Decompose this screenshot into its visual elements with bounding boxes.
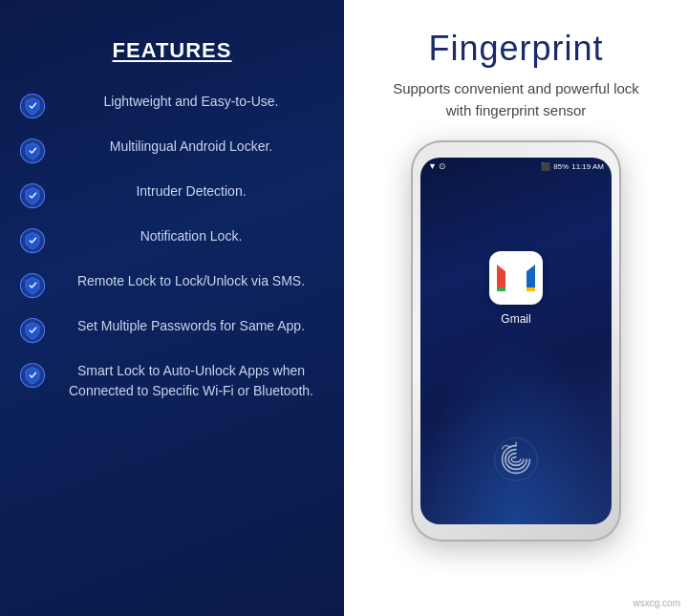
- gmail-area: Gmail: [420, 251, 612, 326]
- fingerprint-bottom-icon: [493, 436, 539, 486]
- feature-text-7: Smart Lock to Auto-Unlock Apps when Conn…: [57, 361, 325, 401]
- shield-icon-2: [19, 138, 46, 164]
- feature-text-3: Intruder Detection.: [57, 181, 325, 202]
- feature-text-5: Remote Lock to Lock/Unlock via SMS.: [57, 271, 325, 291]
- feature-item-4: Notification Lock.: [19, 226, 325, 254]
- shield-icon-1: [19, 93, 46, 119]
- phone-mockup: ▼ ⊙ ⬛ 85% 11:19 AM: [411, 140, 621, 542]
- shield-icon-4: [19, 227, 46, 254]
- feature-item-6: Set Multiple Passwords for Same App.: [19, 316, 325, 344]
- gmail-icon: [489, 251, 543, 305]
- shield-icon-7: [19, 362, 46, 389]
- feature-text-4: Notification Lock.: [57, 226, 325, 246]
- feature-item-5: Remote Lock to Lock/Unlock via SMS.: [19, 271, 325, 299]
- phone-screen: ▼ ⊙ ⬛ 85% 11:19 AM: [420, 158, 612, 524]
- feature-item-2: Multilingual Android Locker.: [19, 137, 325, 164]
- shield-icon-3: [19, 182, 46, 209]
- shield-icon-6: [19, 317, 46, 344]
- status-right: ⬛ 85% 11:19 AM: [541, 162, 604, 171]
- svg-rect-12: [497, 287, 505, 291]
- screen-glow: [420, 333, 612, 524]
- watermark: wsxcg.com: [634, 598, 680, 608]
- fingerprint-subtitle: Supports convenient and powerful lock wi…: [382, 78, 650, 121]
- time-display: 11:19 AM: [571, 162, 604, 171]
- features-title: FEATURES: [113, 38, 232, 63]
- feature-text-2: Multilingual Android Locker.: [57, 137, 325, 157]
- status-bar: ▼ ⊙ ⬛ 85% 11:19 AM: [420, 158, 612, 175]
- feature-item-7: Smart Lock to Auto-Unlock Apps when Conn…: [19, 361, 325, 401]
- battery-percent: 85%: [553, 162, 569, 171]
- gmail-label: Gmail: [501, 312, 530, 326]
- shield-icon-5: [19, 272, 46, 299]
- battery-icon: ⬛: [541, 162, 550, 171]
- feature-item-1: Lightweight and Easy-to-Use.: [19, 92, 325, 119]
- fingerprint-title: Fingerprint: [428, 29, 603, 69]
- left-panel: FEATURES Lightweight and Easy-to-Use. Mu…: [0, 0, 344, 616]
- right-panel: Fingerprint Supports convenient and powe…: [344, 0, 688, 616]
- wifi-signal-icon: ▼ ⊙: [428, 161, 446, 171]
- feature-text-6: Set Multiple Passwords for Same App.: [57, 316, 325, 336]
- feature-text-1: Lightweight and Easy-to-Use.: [57, 92, 325, 112]
- svg-rect-13: [527, 287, 535, 291]
- feature-item-3: Intruder Detection.: [19, 181, 325, 209]
- feature-list: Lightweight and Easy-to-Use. Multilingua…: [19, 92, 325, 401]
